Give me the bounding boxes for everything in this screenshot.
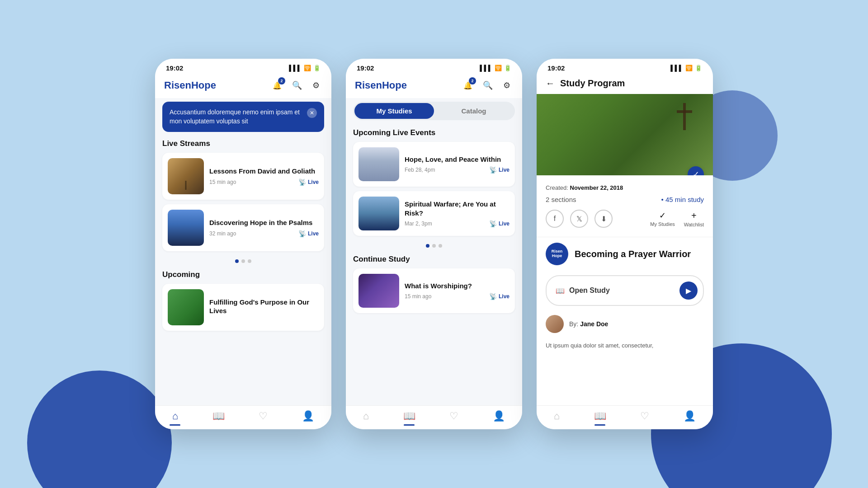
check-icon: ✓ xyxy=(659,211,666,221)
stream-title-psalms: Discovering Hope in the Psalms xyxy=(209,218,319,227)
dot-2-3[interactable] xyxy=(439,244,442,248)
dot-2-active[interactable] xyxy=(426,244,429,248)
event-date-warfare: Mar 2, 3pm xyxy=(405,221,432,227)
worship-image xyxy=(359,274,399,308)
sections-count: 2 sections xyxy=(546,196,576,203)
stream-time-david: 15 min ago xyxy=(209,179,236,185)
live-label-hope: Live xyxy=(499,167,509,173)
nav-home-1[interactable]: ⌂ xyxy=(172,410,178,422)
study-logo: RisenHope xyxy=(546,243,568,265)
banner-close-button[interactable]: ✕ xyxy=(307,108,317,118)
phone1-content: Accusantium doloremque nemo enim ipsam e… xyxy=(155,98,331,405)
open-study-button[interactable]: 📖 Open Study ▶ xyxy=(546,275,704,306)
twitter-button[interactable]: 𝕏 xyxy=(570,210,588,228)
author-row: By: Jane Doe xyxy=(537,310,713,338)
home-icon-2: ⌂ xyxy=(363,410,369,422)
nav-home-3[interactable]: ⌂ xyxy=(554,410,560,422)
notif-badge-2: 2 xyxy=(469,77,476,84)
logo-hope-2: Hope xyxy=(382,80,407,91)
nav-book-1[interactable]: 📖 xyxy=(212,410,225,422)
notification-button-1[interactable]: 🔔 2 xyxy=(270,78,284,93)
event-thumb-warfare xyxy=(359,197,399,230)
battery-icon-3: 🔋 xyxy=(695,65,702,71)
dot-1-2[interactable] xyxy=(241,259,245,263)
event-title-warfare: Spiritual Warfare; Are You at Risk? xyxy=(405,200,509,217)
phone-1: 19:02 ▌▌▌ 🛜 🔋 RisenHope 🔔 2 🔍 ⚙ xyxy=(155,59,331,429)
live-icon-hope: 📡 xyxy=(489,166,497,174)
search-button-1[interactable]: 🔍 xyxy=(291,79,303,92)
worship-info: What is Worshiping? 15 min ago 📡 Live xyxy=(405,282,509,300)
bottom-nav-3: ⌂ 📖 ♡ 👤 xyxy=(537,405,713,429)
stream-meta-david: 15 min ago 📡 Live xyxy=(209,178,319,186)
tab-my-studies[interactable]: My Studies xyxy=(354,103,434,119)
time-3: 19:02 xyxy=(547,64,565,72)
play-button[interactable]: ▶ xyxy=(679,282,698,300)
nav-underline-1 xyxy=(170,424,180,426)
event-card-hope[interactable]: Hope, Love, and Peace Within Feb 28, 4pm… xyxy=(353,142,515,187)
book-icon-3: 📖 xyxy=(556,286,565,295)
status-bar-1: 19:02 ▌▌▌ 🛜 🔋 xyxy=(155,59,331,75)
logo-hope: Hope xyxy=(191,80,216,91)
nav-book-3[interactable]: 📖 xyxy=(594,410,606,422)
tab-catalog[interactable]: Catalog xyxy=(434,103,514,119)
study-stats: 2 sections 45 min study xyxy=(546,196,704,203)
nav-profile-3[interactable]: 👤 xyxy=(684,410,696,422)
home-icon-1: ⌂ xyxy=(172,410,178,422)
dot-1-active[interactable] xyxy=(235,259,239,263)
action-buttons: ✓ My Studies + Watchlist xyxy=(650,211,704,227)
settings-button-1[interactable]: ⚙ xyxy=(310,79,322,92)
heart-icon-1: ♡ xyxy=(259,410,268,422)
stream-meta-psalms: 32 min ago 📡 Live xyxy=(209,230,319,237)
tab-toggle: My Studies Catalog xyxy=(353,102,515,120)
watchlist-label: Watchlist xyxy=(684,222,704,227)
nav-home-2[interactable]: ⌂ xyxy=(363,410,369,422)
phone3-content: ✓ Created: November 22, 2018 2 sections … xyxy=(537,94,713,405)
dot-1-3[interactable] xyxy=(248,259,251,263)
phone3-header: ← Study Program xyxy=(537,75,713,94)
nav-profile-2[interactable]: 👤 xyxy=(493,410,505,422)
battery-icon-2: 🔋 xyxy=(504,65,511,71)
dot-2-2[interactable] xyxy=(432,244,436,248)
app-logo-2: RisenHope xyxy=(355,80,407,91)
settings-button-2[interactable]: ⚙ xyxy=(500,79,513,92)
live-label-psalms: Live xyxy=(308,230,319,237)
study-title-row: RisenHope Becoming a Prayer Warrior xyxy=(537,237,713,271)
back-button[interactable]: ← xyxy=(546,78,555,89)
stream-card-psalms[interactable]: Discovering Hope in the Psalms 32 min ag… xyxy=(162,204,324,251)
notif-badge-1: 2 xyxy=(278,77,285,84)
nav-heart-3[interactable]: ♡ xyxy=(640,410,649,422)
notification-button-2[interactable]: 🔔 2 xyxy=(461,78,475,93)
continue-card-worship[interactable]: What is Worshiping? 15 min ago 📡 Live xyxy=(353,268,515,313)
nav-book-2[interactable]: 📖 xyxy=(403,410,415,422)
upcoming-title-fulfilling: Fulfilling God's Purpose in Our Lives xyxy=(209,298,319,315)
upcoming-title: Upcoming xyxy=(155,268,331,284)
created-label: Created: xyxy=(546,184,568,191)
author-avatar xyxy=(546,315,564,333)
fulfilling-image xyxy=(168,289,204,325)
open-study-text: Open Study xyxy=(569,286,610,295)
nav-heart-1[interactable]: ♡ xyxy=(259,410,268,422)
app-header-1: RisenHope 🔔 2 🔍 ⚙ xyxy=(155,75,331,98)
search-button-2[interactable]: 🔍 xyxy=(481,79,494,92)
author-text: By: Jane Doe xyxy=(569,320,608,328)
carousel-dots-2 xyxy=(346,240,522,253)
book-icon-1: 📖 xyxy=(212,410,225,422)
my-studies-action[interactable]: ✓ My Studies xyxy=(650,211,675,227)
event-card-warfare[interactable]: Spiritual Warfare; Are You at Risk? Mar … xyxy=(353,191,515,236)
nav-profile-1[interactable]: 👤 xyxy=(302,410,314,422)
signal-icon-2: ▌▌▌ xyxy=(480,65,492,71)
watchlist-action[interactable]: + Watchlist xyxy=(684,211,704,227)
facebook-button[interactable]: f xyxy=(546,210,564,228)
study-description: Ut ipsum quia dolor sit amet, consectetu… xyxy=(537,338,713,356)
live-icon-david: 📡 xyxy=(298,178,306,186)
worship-time: 15 min ago xyxy=(405,293,431,300)
warfare-image xyxy=(359,197,399,230)
hero-image: ✓ xyxy=(537,94,713,175)
upcoming-card-fulfilling[interactable]: Fulfilling God's Purpose in Our Lives xyxy=(162,284,324,331)
stream-thumb-psalms xyxy=(168,210,204,246)
download-button[interactable]: ⬇ xyxy=(594,210,613,228)
live-badge-psalms: 📡 Live xyxy=(298,230,319,237)
stream-card-david[interactable]: Lessons From David and Goliath 15 min ag… xyxy=(162,153,324,200)
nav-heart-2[interactable]: ♡ xyxy=(449,410,458,422)
header-icons-1: 🔔 2 🔍 ⚙ xyxy=(270,78,322,93)
